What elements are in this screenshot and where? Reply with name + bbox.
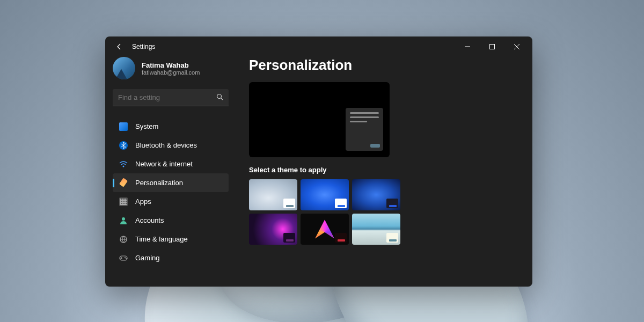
search-icon: [216, 93, 223, 102]
search-input[interactable]: [118, 93, 213, 101]
svg-point-4: [123, 165, 125, 167]
user-profile[interactable]: Fatima Wahab fatiwahab@gmail.com: [113, 57, 229, 79]
page-title: Personalization: [249, 57, 519, 74]
theme-grid: [249, 179, 519, 245]
sidebar-item-label: Bluetooth & devices: [135, 141, 197, 149]
back-button[interactable]: [114, 41, 125, 52]
svg-rect-1: [490, 45, 495, 49]
sidebar-item-label: Network & internet: [135, 160, 193, 168]
user-name: Fatima Wahab: [142, 61, 200, 69]
sidebar-item-label: Time & language: [135, 235, 188, 243]
window-title: Settings: [132, 43, 155, 50]
sidebar-item-bluetooth[interactable]: Bluetooth & devices: [113, 136, 229, 155]
wifi-icon: [119, 160, 128, 169]
svg-point-8: [125, 257, 126, 258]
sidebar-item-label: Apps: [135, 197, 151, 206]
theme-thumb-blue-dark[interactable]: [352, 179, 400, 210]
paintbrush-icon: [119, 179, 128, 187]
main-content: Personalization Select a theme to apply: [236, 57, 532, 287]
theme-thumb-blue-light[interactable]: [301, 179, 349, 210]
nav-list: System Bluetooth & devices Network & int…: [113, 117, 229, 267]
system-icon: [119, 122, 128, 131]
person-icon: [119, 216, 128, 225]
sidebar-item-label: Personalization: [135, 179, 183, 187]
preview-panel: [346, 108, 383, 151]
avatar: [113, 57, 135, 79]
sidebar-item-time[interactable]: Time & language: [113, 230, 229, 248]
sidebar-item-accounts[interactable]: Accounts: [113, 211, 229, 230]
sidebar-item-apps[interactable]: Apps: [113, 192, 229, 211]
sidebar-item-personalization[interactable]: Personalization: [113, 173, 229, 192]
theme-thumb-light-bloom[interactable]: [249, 179, 297, 210]
user-email: fatiwahab@gmail.com: [142, 69, 200, 76]
svg-point-9: [126, 258, 127, 259]
theme-thumb-sunrise[interactable]: [352, 214, 400, 245]
sidebar-item-label: System: [135, 122, 158, 130]
sidebar-item-system[interactable]: System: [113, 117, 229, 136]
sidebar-item-label: Accounts: [135, 216, 164, 224]
sidebar-item-label: Gaming: [135, 254, 160, 262]
theme-section-label: Select a theme to apply: [249, 166, 519, 174]
settings-window: Settings Fatima Wahab fatiwahab@gmail.co…: [105, 36, 532, 287]
close-button[interactable]: [504, 39, 529, 55]
sidebar-item-network[interactable]: Network & internet: [113, 155, 229, 173]
clock-globe-icon: [119, 235, 128, 244]
sidebar: Fatima Wahab fatiwahab@gmail.com System: [105, 57, 236, 287]
bluetooth-icon: [119, 141, 128, 150]
maximize-button[interactable]: [480, 39, 504, 55]
theme-thumb-motion[interactable]: [301, 214, 349, 245]
search-box[interactable]: [113, 89, 229, 106]
svg-point-5: [122, 217, 125, 221]
svg-line-3: [221, 98, 223, 100]
sidebar-item-gaming[interactable]: Gaming: [113, 248, 229, 267]
titlebar: Settings: [105, 36, 532, 57]
theme-thumb-glow[interactable]: [249, 214, 297, 245]
svg-point-2: [217, 94, 222, 98]
gamepad-icon: [119, 254, 128, 262]
grid-icon: [119, 197, 128, 206]
desktop-preview[interactable]: [249, 82, 390, 157]
window-controls: [455, 39, 529, 55]
minimize-button[interactable]: [455, 39, 480, 55]
